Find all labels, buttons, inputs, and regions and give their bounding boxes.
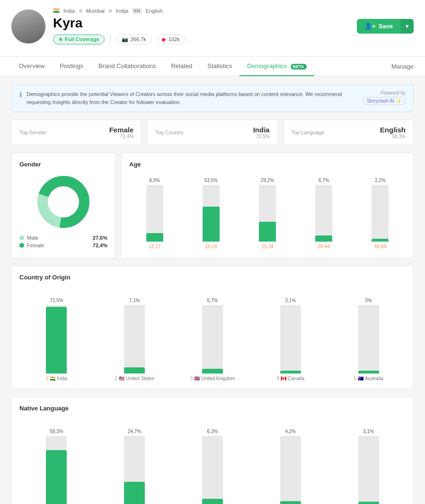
age-fill-18-24 xyxy=(203,207,220,242)
lang-code: EN xyxy=(132,8,142,14)
instagram-badge[interactable]: 📷 266,7k xyxy=(116,35,151,44)
lang-bar-english: 58,3% 1 English xyxy=(19,429,94,504)
top-country-card: Top Country India 72,5% xyxy=(147,120,277,145)
sparkle-icon: ✨ xyxy=(396,98,401,104)
full-coverage-badge[interactable]: ★ Full Coverage xyxy=(53,35,105,44)
avatar xyxy=(11,9,45,43)
profile-name: Kyra xyxy=(53,16,349,31)
legend-male: Male 27,6% xyxy=(19,235,107,241)
country-bar-uk: 5,7% 3 🇬🇧 United Kingdom xyxy=(176,298,250,381)
age-pct-13-17: 8,3% xyxy=(149,178,160,183)
country-bar-chart: 72,5% 1 🇮🇳 India 7,1% 2 🇺🇸 xyxy=(19,287,406,381)
tab-related[interactable]: Related xyxy=(163,57,200,76)
age-bar-25-34: 29,2% 25-34 xyxy=(242,183,292,249)
dot-sep2: ◆ xyxy=(108,8,112,14)
tab-demographics[interactable]: Demographics BETA xyxy=(239,57,314,76)
svg-point-3 xyxy=(50,189,77,215)
profile-badges: ★ Full Coverage 📷 266,7k ▶ 102k xyxy=(53,34,349,45)
tab-statistics[interactable]: Statistics xyxy=(200,57,239,76)
age-bar-13-17: 8,3% 13-17 xyxy=(129,183,180,249)
top-country-sub: 72,5% xyxy=(253,134,270,139)
age-label-25-34: 25-34 xyxy=(261,244,274,249)
age-label-35-44: 35-44 xyxy=(318,244,330,249)
country-bar-australia: 3% 5 🇦🇺 Australia xyxy=(331,298,406,381)
add-user-icon: 👤+ xyxy=(364,23,376,30)
age-label-45-64: 45-64 xyxy=(374,244,387,249)
country-label: India xyxy=(63,8,75,14)
flag-india-icon: 🇮🇳 xyxy=(53,8,60,14)
age-bar-45-64: 2,2% 45-64 xyxy=(355,183,406,249)
top-country-value-group: India 72,5% xyxy=(253,126,270,139)
age-pct-35-44: 6,7% xyxy=(319,178,329,183)
age-label-13-17: 13-17 xyxy=(149,244,161,249)
language-label: English xyxy=(146,8,163,14)
age-section-title: Age xyxy=(129,161,406,168)
country-bar-india: 72,5% 1 🇮🇳 India xyxy=(19,298,94,381)
top-language-value: English xyxy=(380,126,406,134)
language-bar-chart: 58,3% 1 English 24,7% 2 Hindi xyxy=(19,417,406,504)
storyclash-badge: Storyclash AI ✨ xyxy=(363,97,406,105)
age-bg-25-34 xyxy=(259,185,276,242)
youtube-icon: ▶ xyxy=(162,36,166,43)
top-language-label: Top Language xyxy=(292,130,325,135)
info-text: Demographics provide the potential Viewe… xyxy=(27,90,358,106)
gender-age-row: Gender Male 27,6% xyxy=(11,153,414,258)
youtube-badge[interactable]: ▶ 102k xyxy=(157,35,185,44)
top-gender-value: Female xyxy=(109,126,134,134)
country-bar-us: 7,1% 2 🇺🇸 United States xyxy=(97,298,172,381)
gender-section-title: Gender xyxy=(19,161,107,168)
save-button[interactable]: 👤+ Save xyxy=(357,19,400,34)
lang-bar-hindi: 24,7% 2 Hindi xyxy=(97,429,172,504)
info-icon: ℹ xyxy=(19,91,22,98)
age-bar-35-44: 6,7% 35-44 xyxy=(299,183,349,249)
tab-postings[interactable]: Postings xyxy=(52,57,91,76)
top-language-sub: 58,3% xyxy=(380,134,406,139)
age-section: Age 8,3% 13-17 53,5% 18-24 xyxy=(121,153,414,258)
main-content: ℹ Demographics provide the potential Vie… xyxy=(0,77,425,504)
page-header: 🇮🇳 India ◆ Mumbai ◆ Indija EN English Ky… xyxy=(0,0,425,57)
age-fill-35-44 xyxy=(315,235,332,242)
age-bar-18-24: 53,5% 18-24 xyxy=(186,183,236,249)
top-language-card: Top Language English 58,3% xyxy=(283,120,414,145)
region-label: Indija xyxy=(116,8,128,14)
top-stats-row: Top Gender Female 72,4% Top Country Indi… xyxy=(11,120,414,145)
language-section-title: Native Language xyxy=(19,405,406,412)
age-pct-18-24: 53,5% xyxy=(204,178,218,183)
language-section: Native Language 58,3% 1 English 24,7% xyxy=(11,397,414,504)
age-bg-18-24 xyxy=(203,185,220,242)
gender-section: Gender Male 27,6% xyxy=(11,153,115,258)
lang-bar-marathi: 6,3% 3 Marathi xyxy=(176,429,250,504)
male-dot xyxy=(19,235,24,240)
info-banner: ℹ Demographics provide the potential Vie… xyxy=(11,84,414,112)
lang-bar-bengali: 4,2% 4 Bengali xyxy=(253,429,328,504)
top-country-value: India xyxy=(253,126,270,134)
female-dot xyxy=(19,243,24,248)
top-language-value-group: English 58,3% xyxy=(380,126,406,139)
age-fill-45-64 xyxy=(372,239,389,242)
top-gender-card: Top Gender Female 72,4% xyxy=(11,120,142,145)
top-gender-value-group: Female 72,4% xyxy=(109,126,134,139)
age-fill-25-34 xyxy=(259,222,276,242)
age-pct-45-64: 2,2% xyxy=(375,178,386,183)
dot-sep1: ◆ xyxy=(79,8,82,14)
beta-badge: BETA xyxy=(291,64,307,70)
age-bg-13-17 xyxy=(146,185,163,242)
country-bar-canada: 3,1% 4 🇨🇦 Canada xyxy=(253,298,328,381)
save-button-group: 👤+ Save ▾ xyxy=(357,19,414,34)
profile-meta: 🇮🇳 India ◆ Mumbai ◆ Indija EN English xyxy=(53,8,349,14)
nav-tabs: Overview Postings Brand Collaborations R… xyxy=(11,57,314,76)
city-label: Mumbai xyxy=(86,8,105,14)
age-bar-chart: 8,3% 13-17 53,5% 18-24 29,2% xyxy=(129,174,406,249)
profile-info: 🇮🇳 India ◆ Mumbai ◆ Indija EN English Ky… xyxy=(53,8,349,45)
lang-bar-tamil: 3,1% 5 Tamil xyxy=(331,429,406,504)
tab-overview[interactable]: Overview xyxy=(11,57,52,76)
donut-chart xyxy=(19,174,107,230)
save-dropdown-button[interactable]: ▾ xyxy=(400,19,414,34)
manage-button[interactable]: Manage xyxy=(391,63,414,70)
top-gender-label: Top Gender xyxy=(19,130,46,135)
powered-by-section: Powered by Storyclash AI ✨ xyxy=(363,90,406,105)
tab-brand-collaborations[interactable]: Brand Collaborations xyxy=(91,57,163,76)
age-label-18-24: 18-24 xyxy=(205,244,217,249)
star-icon: ★ xyxy=(58,36,63,43)
top-country-label: Top Country xyxy=(155,130,183,135)
